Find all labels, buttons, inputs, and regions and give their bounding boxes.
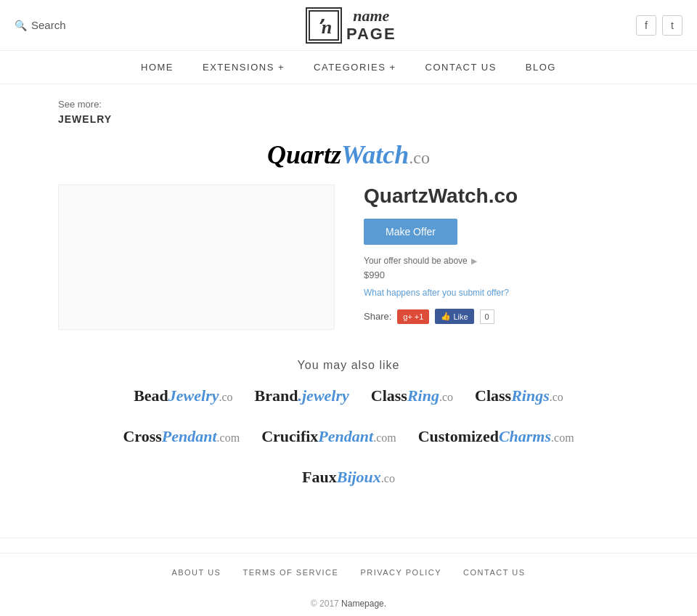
logo[interactable]: ʼn name PAGE [306, 7, 396, 44]
footer-privacy[interactable]: PRIVACY POLICY [360, 568, 441, 577]
logo-text: name PAGE [346, 7, 396, 42]
domain-suggestion[interactable]: CustomizedCharms.com [418, 427, 574, 446]
domain-part1: Quartz [267, 140, 341, 169]
domain-part2: Watch [341, 140, 409, 169]
search-area[interactable]: 🔍 Search [15, 19, 66, 31]
domain-main-text: QuartzWatch.co [267, 140, 430, 169]
logo-name: name [346, 7, 396, 25]
facebook-icon[interactable]: f [636, 15, 656, 36]
facebook-like-button[interactable]: 👍 Like [435, 309, 473, 324]
main-nav: HOME EXTENSIONS + CATEGORIES + CONTACT U… [0, 51, 697, 84]
domain-suggestion[interactable]: Brand.jewelry [255, 386, 349, 405]
what-happens-link[interactable]: What happens after you submit offer? [364, 288, 639, 298]
divider [0, 538, 697, 538]
nav-contact[interactable]: CONTACT US [425, 62, 497, 73]
domain-title: QuartzWatch.co [364, 185, 639, 208]
footer-tos[interactable]: TERMS OF SERVICE [242, 568, 338, 577]
header: 🔍 Search ʼn name PAGE f t [0, 0, 697, 51]
footer-about[interactable]: ABOUT US [171, 568, 221, 577]
offer-price: $990 [364, 270, 639, 280]
domain-display: QuartzWatch.co [58, 139, 639, 170]
social-icons: f t [636, 15, 682, 36]
domain-suggestion[interactable]: ClassRing.co [371, 386, 453, 405]
main-content: See more: JEWELRY QuartzWatch.co QuartzW… [0, 84, 697, 530]
svg-text:ʼn: ʼn [316, 17, 332, 38]
fb-label: Like [453, 312, 468, 321]
nav-blog[interactable]: BLOG [526, 62, 556, 73]
logo-page: PAGE [346, 25, 396, 43]
share-row: Share: g+ +1 👍 Like 0 [364, 309, 639, 324]
also-like-section: You may also like BeadJewelry.coBrand.je… [58, 359, 639, 494]
domain-section: QuartzWatch.co Make Offer Your offer sho… [58, 185, 639, 330]
share-label: Share: [364, 311, 391, 322]
arrow-icon: ▶ [471, 256, 477, 266]
nav-categories[interactable]: CATEGORIES + [314, 62, 396, 73]
domain-suggestion[interactable]: ClassRings.co [475, 386, 563, 405]
twitter-icon[interactable]: t [662, 15, 682, 36]
footer-copyright: © 2017 Namepage. [0, 591, 697, 616]
logo-box: ʼn name PAGE [306, 7, 396, 44]
category-label: JEWELRY [58, 113, 639, 125]
nav-extensions[interactable]: EXTENSIONS + [203, 62, 285, 73]
search-icon: 🔍 [15, 20, 27, 31]
google-plus-button[interactable]: g+ +1 [397, 309, 429, 324]
gplus-label: +1 [415, 312, 424, 321]
domain-grid: BeadJewelry.coBrand.jewelryClassRing.coC… [58, 386, 639, 494]
offer-hint: Your offer should be above ▶ [364, 256, 639, 266]
domain-suggestion[interactable]: FauxBijoux.co [302, 468, 395, 487]
copyright-year: © 2017 [311, 599, 339, 609]
gplus-icon: g+ [403, 312, 412, 321]
domain-image-panel [58, 185, 335, 330]
also-like-title: You may also like [58, 359, 639, 372]
like-count: 0 [480, 309, 494, 324]
footer-brand[interactable]: Namepage. [341, 599, 386, 609]
domain-tld: .co [409, 148, 430, 167]
footer-contact[interactable]: CONTACT US [463, 568, 526, 577]
fb-icon: 👍 [441, 312, 451, 321]
search-label: Search [31, 19, 66, 31]
footer-nav: ABOUT US TERMS OF SERVICE PRIVACY POLICY… [0, 553, 697, 591]
domain-info-panel: QuartzWatch.co Make Offer Your offer sho… [364, 185, 639, 330]
make-offer-button[interactable]: Make Offer [364, 219, 457, 245]
see-more: See more: [58, 99, 639, 110]
domain-suggestion[interactable]: CrossPendant.com [123, 427, 240, 446]
logo-icon: ʼn [306, 7, 342, 44]
nav-home[interactable]: HOME [141, 62, 174, 73]
domain-suggestion[interactable]: BeadJewelry.co [134, 386, 232, 405]
domain-suggestion[interactable]: CrucifixPendant.com [261, 427, 396, 446]
